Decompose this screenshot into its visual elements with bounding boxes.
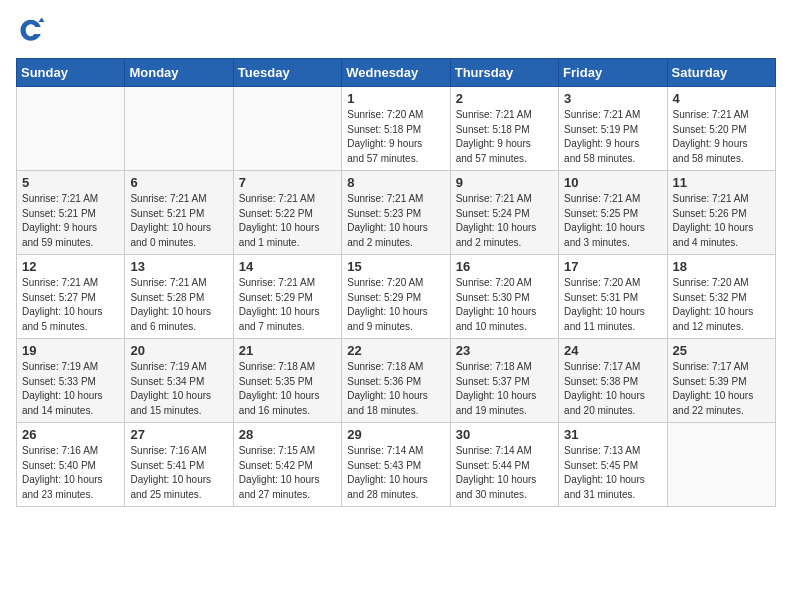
- weekday-header-row: SundayMondayTuesdayWednesdayThursdayFrid…: [17, 59, 776, 87]
- day-info: Sunrise: 7:18 AM Sunset: 5:37 PM Dayligh…: [456, 360, 553, 418]
- day-cell: 26Sunrise: 7:16 AM Sunset: 5:40 PM Dayli…: [17, 423, 125, 507]
- day-number: 20: [130, 343, 227, 358]
- weekday-header-monday: Monday: [125, 59, 233, 87]
- day-cell: 5Sunrise: 7:21 AM Sunset: 5:21 PM Daylig…: [17, 171, 125, 255]
- day-info: Sunrise: 7:21 AM Sunset: 5:25 PM Dayligh…: [564, 192, 661, 250]
- day-number: 14: [239, 259, 336, 274]
- day-info: Sunrise: 7:21 AM Sunset: 5:21 PM Dayligh…: [130, 192, 227, 250]
- day-info: Sunrise: 7:18 AM Sunset: 5:36 PM Dayligh…: [347, 360, 444, 418]
- day-number: 27: [130, 427, 227, 442]
- day-info: Sunrise: 7:17 AM Sunset: 5:39 PM Dayligh…: [673, 360, 770, 418]
- weekday-header-saturday: Saturday: [667, 59, 775, 87]
- day-number: 17: [564, 259, 661, 274]
- day-info: Sunrise: 7:19 AM Sunset: 5:34 PM Dayligh…: [130, 360, 227, 418]
- day-number: 6: [130, 175, 227, 190]
- day-info: Sunrise: 7:21 AM Sunset: 5:27 PM Dayligh…: [22, 276, 119, 334]
- week-row-3: 12Sunrise: 7:21 AM Sunset: 5:27 PM Dayli…: [17, 255, 776, 339]
- day-number: 9: [456, 175, 553, 190]
- day-cell: 11Sunrise: 7:21 AM Sunset: 5:26 PM Dayli…: [667, 171, 775, 255]
- day-number: 2: [456, 91, 553, 106]
- day-cell: 25Sunrise: 7:17 AM Sunset: 5:39 PM Dayli…: [667, 339, 775, 423]
- day-cell: 4Sunrise: 7:21 AM Sunset: 5:20 PM Daylig…: [667, 87, 775, 171]
- day-cell: 2Sunrise: 7:21 AM Sunset: 5:18 PM Daylig…: [450, 87, 558, 171]
- day-info: Sunrise: 7:21 AM Sunset: 5:23 PM Dayligh…: [347, 192, 444, 250]
- day-info: Sunrise: 7:15 AM Sunset: 5:42 PM Dayligh…: [239, 444, 336, 502]
- day-cell: 19Sunrise: 7:19 AM Sunset: 5:33 PM Dayli…: [17, 339, 125, 423]
- day-cell: 16Sunrise: 7:20 AM Sunset: 5:30 PM Dayli…: [450, 255, 558, 339]
- day-cell: [17, 87, 125, 171]
- weekday-header-wednesday: Wednesday: [342, 59, 450, 87]
- day-info: Sunrise: 7:21 AM Sunset: 5:18 PM Dayligh…: [456, 108, 553, 166]
- day-cell: 17Sunrise: 7:20 AM Sunset: 5:31 PM Dayli…: [559, 255, 667, 339]
- day-cell: [667, 423, 775, 507]
- day-number: 23: [456, 343, 553, 358]
- day-number: 13: [130, 259, 227, 274]
- day-cell: 10Sunrise: 7:21 AM Sunset: 5:25 PM Dayli…: [559, 171, 667, 255]
- day-info: Sunrise: 7:20 AM Sunset: 5:30 PM Dayligh…: [456, 276, 553, 334]
- day-number: 11: [673, 175, 770, 190]
- day-number: 19: [22, 343, 119, 358]
- weekday-header-tuesday: Tuesday: [233, 59, 341, 87]
- day-info: Sunrise: 7:18 AM Sunset: 5:35 PM Dayligh…: [239, 360, 336, 418]
- day-cell: 28Sunrise: 7:15 AM Sunset: 5:42 PM Dayli…: [233, 423, 341, 507]
- weekday-header-friday: Friday: [559, 59, 667, 87]
- day-number: 28: [239, 427, 336, 442]
- calendar-container: SundayMondayTuesdayWednesdayThursdayFrid…: [0, 0, 792, 523]
- day-info: Sunrise: 7:16 AM Sunset: 5:40 PM Dayligh…: [22, 444, 119, 502]
- day-number: 30: [456, 427, 553, 442]
- day-cell: 14Sunrise: 7:21 AM Sunset: 5:29 PM Dayli…: [233, 255, 341, 339]
- day-cell: 9Sunrise: 7:21 AM Sunset: 5:24 PM Daylig…: [450, 171, 558, 255]
- week-row-4: 19Sunrise: 7:19 AM Sunset: 5:33 PM Dayli…: [17, 339, 776, 423]
- day-cell: 20Sunrise: 7:19 AM Sunset: 5:34 PM Dayli…: [125, 339, 233, 423]
- day-number: 5: [22, 175, 119, 190]
- day-info: Sunrise: 7:21 AM Sunset: 5:20 PM Dayligh…: [673, 108, 770, 166]
- day-info: Sunrise: 7:14 AM Sunset: 5:43 PM Dayligh…: [347, 444, 444, 502]
- day-cell: 24Sunrise: 7:17 AM Sunset: 5:38 PM Dayli…: [559, 339, 667, 423]
- day-number: 29: [347, 427, 444, 442]
- logo-icon: [16, 16, 46, 46]
- day-number: 31: [564, 427, 661, 442]
- day-info: Sunrise: 7:20 AM Sunset: 5:18 PM Dayligh…: [347, 108, 444, 166]
- day-number: 16: [456, 259, 553, 274]
- calendar-header: [16, 16, 776, 46]
- day-cell: 13Sunrise: 7:21 AM Sunset: 5:28 PM Dayli…: [125, 255, 233, 339]
- day-cell: 21Sunrise: 7:18 AM Sunset: 5:35 PM Dayli…: [233, 339, 341, 423]
- day-number: 26: [22, 427, 119, 442]
- day-cell: 1Sunrise: 7:20 AM Sunset: 5:18 PM Daylig…: [342, 87, 450, 171]
- day-cell: 8Sunrise: 7:21 AM Sunset: 5:23 PM Daylig…: [342, 171, 450, 255]
- day-number: 15: [347, 259, 444, 274]
- day-number: 24: [564, 343, 661, 358]
- day-info: Sunrise: 7:21 AM Sunset: 5:26 PM Dayligh…: [673, 192, 770, 250]
- day-cell: 12Sunrise: 7:21 AM Sunset: 5:27 PM Dayli…: [17, 255, 125, 339]
- day-cell: 15Sunrise: 7:20 AM Sunset: 5:29 PM Dayli…: [342, 255, 450, 339]
- day-cell: 23Sunrise: 7:18 AM Sunset: 5:37 PM Dayli…: [450, 339, 558, 423]
- day-number: 7: [239, 175, 336, 190]
- day-number: 21: [239, 343, 336, 358]
- day-info: Sunrise: 7:21 AM Sunset: 5:21 PM Dayligh…: [22, 192, 119, 250]
- day-number: 10: [564, 175, 661, 190]
- day-cell: 18Sunrise: 7:20 AM Sunset: 5:32 PM Dayli…: [667, 255, 775, 339]
- day-cell: 27Sunrise: 7:16 AM Sunset: 5:41 PM Dayli…: [125, 423, 233, 507]
- weekday-header-sunday: Sunday: [17, 59, 125, 87]
- day-number: 12: [22, 259, 119, 274]
- week-row-2: 5Sunrise: 7:21 AM Sunset: 5:21 PM Daylig…: [17, 171, 776, 255]
- day-cell: 3Sunrise: 7:21 AM Sunset: 5:19 PM Daylig…: [559, 87, 667, 171]
- day-info: Sunrise: 7:14 AM Sunset: 5:44 PM Dayligh…: [456, 444, 553, 502]
- day-info: Sunrise: 7:16 AM Sunset: 5:41 PM Dayligh…: [130, 444, 227, 502]
- day-cell: 30Sunrise: 7:14 AM Sunset: 5:44 PM Dayli…: [450, 423, 558, 507]
- day-info: Sunrise: 7:20 AM Sunset: 5:29 PM Dayligh…: [347, 276, 444, 334]
- day-number: 25: [673, 343, 770, 358]
- day-cell: 6Sunrise: 7:21 AM Sunset: 5:21 PM Daylig…: [125, 171, 233, 255]
- day-number: 1: [347, 91, 444, 106]
- day-number: 18: [673, 259, 770, 274]
- day-info: Sunrise: 7:21 AM Sunset: 5:28 PM Dayligh…: [130, 276, 227, 334]
- day-number: 4: [673, 91, 770, 106]
- day-cell: 7Sunrise: 7:21 AM Sunset: 5:22 PM Daylig…: [233, 171, 341, 255]
- week-row-1: 1Sunrise: 7:20 AM Sunset: 5:18 PM Daylig…: [17, 87, 776, 171]
- weekday-header-thursday: Thursday: [450, 59, 558, 87]
- day-cell: [233, 87, 341, 171]
- day-cell: 22Sunrise: 7:18 AM Sunset: 5:36 PM Dayli…: [342, 339, 450, 423]
- day-info: Sunrise: 7:20 AM Sunset: 5:31 PM Dayligh…: [564, 276, 661, 334]
- day-cell: 29Sunrise: 7:14 AM Sunset: 5:43 PM Dayli…: [342, 423, 450, 507]
- day-info: Sunrise: 7:17 AM Sunset: 5:38 PM Dayligh…: [564, 360, 661, 418]
